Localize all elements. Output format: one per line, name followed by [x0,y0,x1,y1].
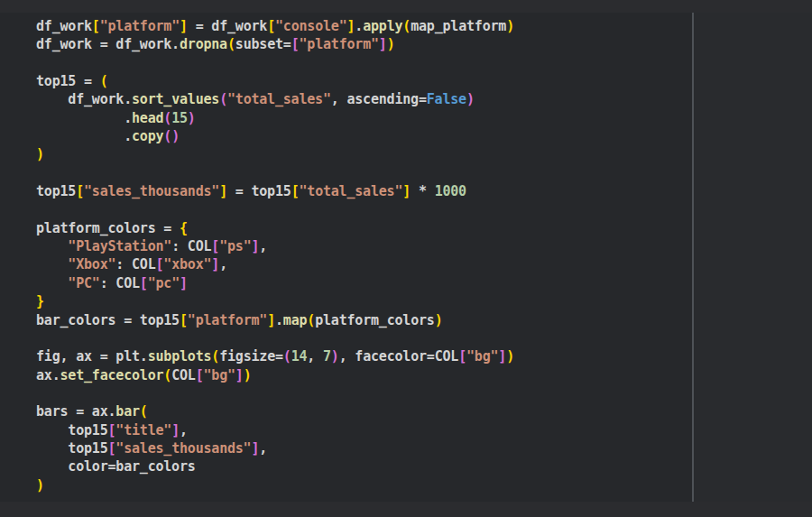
code-token-default-text: top15 [36,183,76,199]
code-line: ax.set_facecolor(COL["bg"]) [36,366,514,384]
code-token-default-text: df_work [36,18,92,34]
code-token-default-text: bars = ax. [36,403,115,420]
code-token-default-text: , [307,348,323,365]
code-token-default-text: , [219,256,227,272]
code-token-string: "console" [275,18,346,34]
code-token-default-text: : COL [171,238,211,254]
code-token-default-text [36,275,68,291]
top-strip [0,0,812,13]
code-token-bracket-level-2: ( [163,110,171,126]
code-line [36,384,514,402]
code-token-bracket-level-1: ) [36,146,44,162]
code-token-bracket-level-1: ) [36,477,44,494]
code-token-function: subplots [148,348,212,365]
code-token-string: "sales_thousands" [115,440,251,457]
code-line: bars = ax.bar( [36,402,514,420]
code-token-number: 15 [171,110,188,126]
code-token-string: "platform" [100,18,180,34]
code-token-bracket-level-2: ] [379,36,387,52]
code-token-default-text: . [355,18,363,34]
code-token-string: "xbox" [163,256,211,272]
code-token-default-text: subset= [235,36,291,52]
code-token-bracket-level-1: } [36,293,44,309]
code-token-string: "platform" [299,36,378,52]
code-token-default-text: , ascending= [331,91,427,107]
code-token-default-text: : COL [100,275,140,291]
code-token-bracket-level-1: ] [267,312,275,328]
code-token-bracket-level-2: [ [107,440,115,457]
code-token-default-text [36,256,68,272]
code-token-bracket-level-2: ] [251,238,259,254]
code-token-bracket-level-1: ) [387,36,395,52]
code-token-bracket-level-1: ( [100,73,108,89]
code-token-default-text: df_work. [36,91,132,107]
code-token-default-text: platform_colors = [36,220,180,236]
code-token-string: "Xbox" [68,256,115,272]
code-token-bracket-level-2: ] [171,422,180,439]
code-token-bracket-level-2: ( [163,128,171,144]
code-token-string: "PC" [68,275,99,291]
code-token-function: dropna [180,36,227,52]
code-token-string: "total_sales" [227,91,331,107]
code-token-default-text [36,238,68,254]
code-line: .copy() [36,127,514,145]
code-token-string: "platform" [188,312,267,328]
code-token-bracket-level-2: ( [283,348,291,365]
code-token-default-text: . [36,128,132,144]
code-token-default-text: platform_colors [315,312,434,328]
code-token-bracket-level-1: ] [180,18,188,34]
code-token-bracket-level-2: ] [235,367,244,383]
code-line: df_work["platform"] = df_work["console"]… [36,17,514,35]
code-token-bracket-level-1: ) [506,348,514,365]
code-token-bracket-level-2: [ [458,348,466,365]
code-token-default-text: top15 [36,422,107,439]
code-token-function: copy [132,128,163,144]
code-token-bracket-level-2: ) [466,91,475,107]
code-token-bracket-level-1: ( [163,367,171,383]
right-pane [694,13,812,502]
code-token-bracket-level-1: ) [435,312,443,328]
code-token-default-text: . [275,312,283,328]
code-token-function: apply [363,18,402,34]
code-token-default-text: , facecolor=COL [339,348,458,365]
code-token-default-text: , [180,422,188,439]
code-token-string: "total_sales" [299,183,402,199]
code-token-default-text: , [259,440,267,457]
code-area[interactable]: df_work["platform"] = df_work["console"]… [36,17,514,494]
code-token-bracket-level-1: [ [76,183,84,199]
code-token-number: 7 [323,348,331,365]
code-token-default-text: fig, ax = plt. [36,348,148,365]
code-line: top15["title"], [36,421,514,439]
code-line [36,329,514,347]
code-token-string: "bg" [466,348,498,365]
code-token-function: set_facecolor [60,367,164,383]
code-token-bracket-level-2: [ [155,256,163,272]
code-token-function: map [283,312,308,328]
code-line: top15 = ( [36,72,514,90]
code-line [36,54,514,72]
code-token-string: "ps" [219,238,251,254]
code-token-bracket-level-1: ( [211,348,219,365]
code-token-bracket-level-1: ( [307,312,315,328]
code-line: ) [36,145,514,163]
code-line: fig, ax = plt.subplots(figsize=(14, 7), … [36,347,514,365]
code-token-default-text: = df_work [188,18,267,34]
code-token-string: "bg" [204,367,235,383]
code-token-function: sort_values [132,91,219,107]
code-line: color=bar_colors [36,457,514,475]
code-token-default-text: , [259,238,267,254]
code-token-default-text: : COL [115,256,155,272]
code-token-number: 14 [291,348,308,365]
code-token-bracket-level-1: [ [92,18,100,34]
code-token-bracket-level-1: { [180,220,188,236]
code-line: df_work = df_work.dropna(subset=["platfo… [36,35,514,53]
code-token-default-text: top15 = [36,73,100,89]
code-token-default-text: map_platform [411,18,506,34]
code-token-bracket-level-2: ] [211,256,219,272]
code-token-default-text: . [36,110,132,126]
code-token-bracket-level-1: [ [267,18,275,34]
code-token-string: "PlayStation" [68,238,171,254]
code-editor-window: df_work["platform"] = df_work["console"]… [0,0,812,517]
code-token-bracket-level-2: ] [251,440,259,457]
code-token-bracket-level-1: [ [180,312,188,328]
